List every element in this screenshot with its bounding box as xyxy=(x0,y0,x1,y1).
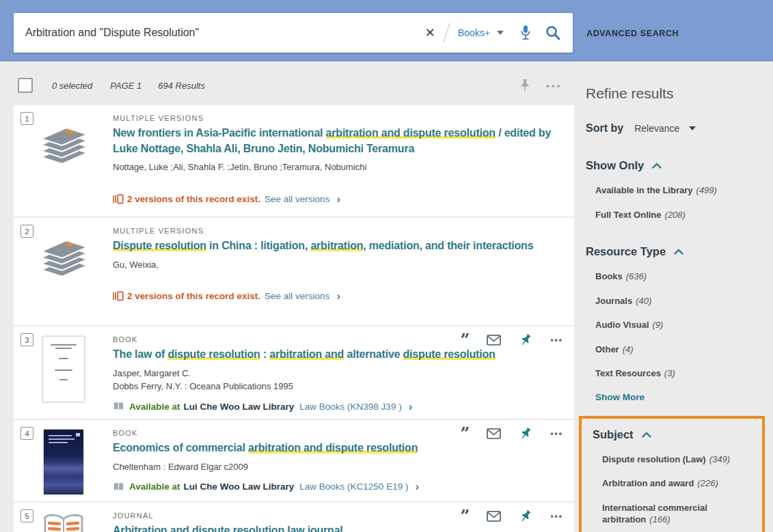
facet-count: (9) xyxy=(653,320,664,330)
voice-search-icon[interactable] xyxy=(512,24,539,42)
search-input[interactable]: Arbitration and "Dispute Resolution" xyxy=(14,27,417,39)
advanced-search-link[interactable]: ADVANCED SEARCH xyxy=(586,29,679,38)
more-actions-icon[interactable]: ••• xyxy=(550,512,563,521)
facet-label: Other xyxy=(595,344,619,354)
chevron-up-icon xyxy=(674,249,683,255)
highlighted-term: dispute resolution xyxy=(403,348,496,360)
facet-count: (499) xyxy=(696,185,717,195)
select-all-checkbox[interactable] xyxy=(18,78,33,93)
record-title[interactable]: New frontiers in Asia-Pacific internatio… xyxy=(113,126,564,156)
title-text: law journal. xyxy=(284,524,346,532)
open-book-icon xyxy=(113,482,124,492)
facet-count: (40) xyxy=(636,296,651,306)
author-line[interactable]: Gu, Weixia, xyxy=(113,258,574,272)
see-all-versions-link[interactable]: See all versions xyxy=(265,194,329,204)
facet-item[interactable]: Dispute resolution (Law)(349) xyxy=(602,453,758,466)
facet-section-title: Show Only xyxy=(586,159,644,172)
title-text: New frontiers in Asia-Pacific internatio… xyxy=(113,127,326,139)
search-banner: Arbitration and "Dispute Resolution" ✕ B… xyxy=(0,0,773,61)
title-text: The law of xyxy=(113,348,167,360)
refine-results-title: Refine results xyxy=(586,85,770,102)
resource-type-label: MULTIPLE VERSIONS xyxy=(113,227,574,235)
pin-results-icon[interactable] xyxy=(519,79,531,92)
title-text: , mediation, and their interactions xyxy=(363,240,533,251)
availability-link[interactable]: Available atLui Che Woo Law LibraryLaw B… xyxy=(113,401,574,412)
record-title[interactable]: Arbitration and dispute resolution law j… xyxy=(113,523,564,532)
facet-item[interactable]: Journals(40) xyxy=(595,295,757,307)
facet-section-title: Subject xyxy=(593,428,634,441)
facet-count: (4) xyxy=(623,344,634,354)
result-number-badge[interactable]: 3 xyxy=(21,333,33,346)
pin-record-icon[interactable] xyxy=(519,427,532,440)
facet-item[interactable]: Full Text Online(208) xyxy=(595,209,757,221)
facet-item[interactable]: Available in the Library(499) xyxy=(595,184,757,197)
book-cover-image xyxy=(42,336,85,402)
email-icon[interactable] xyxy=(487,335,501,346)
facet-count: (208) xyxy=(665,210,686,220)
sort-by-label: Sort by xyxy=(586,122,623,135)
result-number-badge[interactable]: 2 xyxy=(21,225,33,238)
highlighted-term: arbitration and dispute resolution xyxy=(326,127,496,139)
facet-item[interactable]: Text Resources(3) xyxy=(595,367,757,380)
author-line[interactable]: Jasper, Margaret C. xyxy=(113,367,574,380)
sort-by-control[interactable]: Sort by Relevance xyxy=(586,122,770,135)
pin-record-icon[interactable] xyxy=(519,509,532,523)
citation-icon[interactable]: ” xyxy=(461,512,469,520)
publication-info: Cheltenham : Edward Elgar c2009 xyxy=(113,460,574,474)
facet-item[interactable]: Audio Visual(9) xyxy=(595,319,757,331)
availability-link[interactable]: Available atLui Che Woo Law LibraryLaw B… xyxy=(113,481,574,492)
search-scope-dropdown[interactable]: Books+ xyxy=(450,27,512,38)
versions-text: 2 versions of this record exist. xyxy=(127,291,260,301)
show-more-link[interactable]: Show More xyxy=(595,392,770,402)
author-line[interactable]: Nottage, Luke ;Ali, Shahla F. ;Jetin, Br… xyxy=(113,160,574,174)
facet-item[interactable]: Arbitration and award(226) xyxy=(602,477,758,490)
result-number-badge[interactable]: 1 xyxy=(21,112,33,125)
record-title[interactable]: The law of dispute resolution : arbitrat… xyxy=(113,347,564,363)
versions-row: 2 versions of this record exist.See all … xyxy=(113,290,574,302)
highlighted-term: Dispute resolution xyxy=(113,240,206,251)
availability-status: Available at xyxy=(129,481,180,492)
more-actions-icon[interactable]: ••• xyxy=(550,429,563,438)
see-all-versions-link[interactable]: See all versions xyxy=(265,291,329,301)
more-actions-icon[interactable]: ••• xyxy=(546,81,562,91)
title-text: Economics of commercial xyxy=(113,442,248,453)
citation-icon[interactable]: ” xyxy=(461,429,469,438)
scope-label: Books+ xyxy=(458,27,490,38)
title-text: in China : litigation, xyxy=(206,240,311,251)
resource-type-label: MULTIPLE VERSIONS xyxy=(113,114,574,122)
refine-sidebar: Refine results Sort by Relevance Show On… xyxy=(578,61,770,532)
facet-label: Full Text Online xyxy=(595,210,662,220)
record-title[interactable]: Dispute resolution in China : litigation… xyxy=(113,238,564,254)
shelf-location: Law Books (KC1250 E19 ) xyxy=(299,481,408,492)
facet-section-header[interactable]: Show Only xyxy=(586,159,770,172)
search-box: Arbitration and "Dispute Resolution" ✕ B… xyxy=(14,13,573,53)
record-title[interactable]: Economics of commercial arbitration and … xyxy=(113,440,564,456)
search-icon[interactable] xyxy=(539,25,573,42)
result-card: 1MULTIPLE VERSIONSNew frontiers in Asia-… xyxy=(14,105,574,216)
more-actions-icon[interactable]: ••• xyxy=(550,335,563,345)
facet-item[interactable]: Books(636) xyxy=(595,270,757,283)
facet-item[interactable]: Other(4) xyxy=(595,344,757,356)
chevron-up-icon xyxy=(652,163,662,169)
result-number-badge[interactable]: 5 xyxy=(21,509,33,522)
versions-text: 2 versions of this record exist. xyxy=(127,194,260,204)
chevron-right-icon: › xyxy=(336,193,340,205)
chevron-down-icon xyxy=(497,31,504,35)
result-number-badge[interactable]: 4 xyxy=(21,427,33,440)
facet-section-header[interactable]: Resource Type xyxy=(586,245,770,258)
facet-sections: Show OnlyAvailable in the Library(499)Fu… xyxy=(578,159,770,532)
versions-icon xyxy=(113,291,124,301)
clear-search-icon[interactable]: ✕ xyxy=(417,25,444,40)
highlighted-term: dispute resolution xyxy=(167,348,260,360)
facet-label: Arbitration and award xyxy=(602,478,694,488)
facet-count: (349) xyxy=(709,454,730,464)
facet-section-header[interactable]: Subject xyxy=(593,428,758,441)
facet-label: Books xyxy=(595,271,623,281)
facet-count: (226) xyxy=(697,478,718,488)
facet-item[interactable]: International commercial arbitration(166… xyxy=(602,502,758,526)
pin-record-icon[interactable] xyxy=(519,333,532,347)
citation-icon[interactable]: ” xyxy=(461,335,469,344)
facet-label: Text Resources xyxy=(595,368,661,378)
email-icon[interactable] xyxy=(487,511,501,522)
email-icon[interactable] xyxy=(487,428,501,439)
